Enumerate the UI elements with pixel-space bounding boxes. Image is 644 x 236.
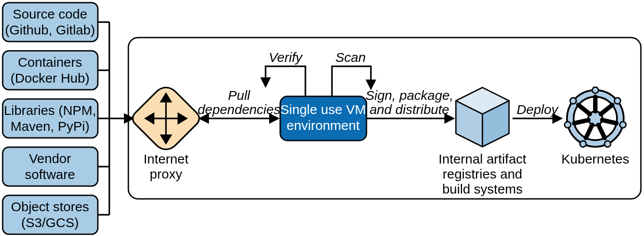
- svg-point-38: [619, 121, 627, 129]
- source-label-line2: (Docker Hub): [11, 71, 89, 85]
- source-label-line2: (S3/GCS): [21, 215, 79, 230]
- source-box: Vendor software: [3, 147, 98, 186]
- pull-label-2: dependencies: [198, 102, 281, 117]
- source-label-line2: Maven, PyPi): [11, 119, 89, 133]
- verify-loop: Verify: [266, 50, 305, 96]
- sign-label-2: and distribute: [370, 102, 449, 117]
- source-label-line1: Containers: [18, 55, 82, 69]
- registry-label-2: registries and: [443, 167, 522, 181]
- source-label-line2: software: [25, 167, 75, 182]
- internet-proxy: Internet proxy: [133, 88, 199, 181]
- proxy-label-2: proxy: [150, 167, 182, 181]
- verify-label: Verify: [269, 50, 303, 65]
- scan-label: Scan: [335, 50, 366, 65]
- source-box: Source code (Github, Gitlab): [3, 3, 98, 42]
- proxy-label-1: Internet: [143, 152, 189, 166]
- source-box: Containers (Docker Hub): [3, 51, 98, 90]
- deploy-label: Deploy: [517, 102, 559, 117]
- registry-label-1: Internal artifact: [439, 152, 527, 166]
- vm-box: Single use VM environment: [280, 96, 366, 141]
- source-label-line1: Libraries (NPM,: [4, 103, 96, 118]
- registry-label-3: build systems: [442, 182, 523, 196]
- pull-label-1: Pull: [228, 88, 251, 103]
- source-box: Object stores (S3/GCS): [3, 195, 98, 234]
- vm-label-1: Single use VM: [280, 102, 366, 117]
- artifact-cube: Internal artifact registries and build s…: [439, 88, 527, 196]
- bracket-connector: [98, 22, 133, 215]
- source-label-line2: (Github, Gitlab): [5, 23, 95, 37]
- sign-label-1: Sign, package,: [366, 88, 453, 103]
- svg-point-41: [564, 121, 571, 129]
- source-label-line1: Source code: [13, 7, 87, 21]
- source-box: Libraries (NPM, Maven, PyPi): [3, 99, 98, 138]
- k8s-label: Kubernetes: [561, 152, 629, 166]
- kubernetes-wheel-icon: [564, 87, 627, 148]
- svg-point-36: [592, 87, 598, 93]
- source-boxes: Source code (Github, Gitlab) Containers …: [3, 3, 98, 234]
- vm-label-2: environment: [286, 118, 360, 133]
- source-label-line1: Object stores: [11, 199, 89, 214]
- source-label-line1: Vendor: [29, 151, 71, 166]
